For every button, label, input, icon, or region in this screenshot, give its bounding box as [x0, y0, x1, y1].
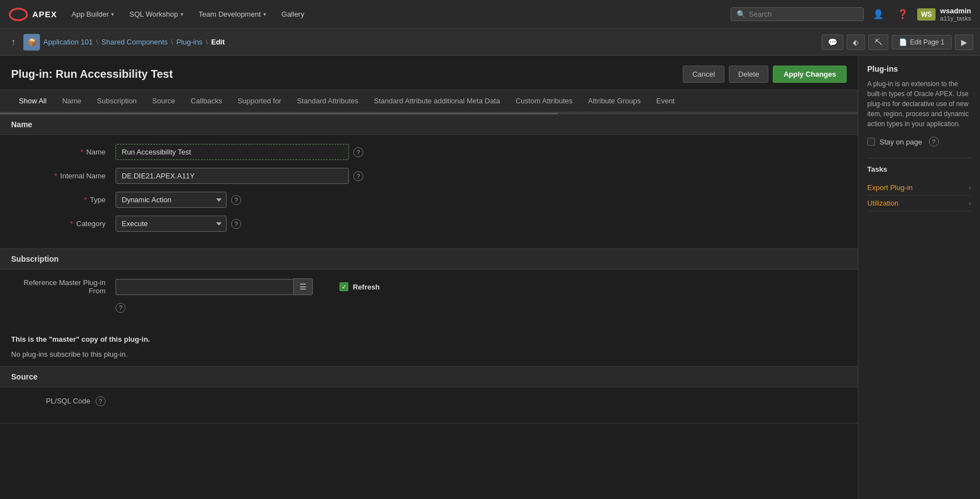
- content-area: Plug-in: Run Accessibility Test Cancel D…: [0, 56, 858, 499]
- subscription-section-header: Subscription: [0, 249, 858, 270]
- name-help-icon[interactable]: ?: [353, 147, 363, 157]
- search-input[interactable]: [749, 10, 858, 18]
- tab-event[interactable]: Event: [648, 90, 682, 113]
- internal-name-label: * Internal Name: [11, 172, 111, 180]
- category-help-icon[interactable]: ?: [231, 219, 241, 229]
- cancel-button[interactable]: Cancel: [683, 66, 724, 83]
- ref-help-icon[interactable]: ?: [116, 303, 126, 313]
- refresh-label: Refresh: [353, 283, 379, 291]
- plsql-code-row: PL/SQL Code ?: [11, 396, 847, 406]
- user-sub: a11y_tasks: [940, 15, 971, 22]
- help-icon[interactable]: ❓: [893, 6, 913, 23]
- tab-attribute-groups[interactable]: Attribute Groups: [581, 90, 649, 113]
- ref-input-wrap: ☰: [116, 278, 313, 295]
- user-info: wsadmin a11y_tasks: [940, 7, 971, 22]
- task-export-plugin[interactable]: Export Plug-in ›: [867, 180, 971, 196]
- nav-team-development[interactable]: Team Development ▾: [193, 7, 272, 22]
- team-dev-chevron-icon: ▾: [263, 11, 266, 17]
- tab-standard-attributes[interactable]: Standard Attributes: [289, 90, 366, 113]
- refresh-wrap: ✓ Refresh: [339, 282, 379, 291]
- task-utilization[interactable]: Utilization ›: [867, 196, 971, 211]
- tab-custom-attributes[interactable]: Custom Attributes: [508, 90, 581, 113]
- apex-logo[interactable]: APEX: [9, 8, 57, 21]
- page-title: Plug-in: Run Accessibility Test: [11, 68, 173, 81]
- search-icon: 🔍: [737, 10, 746, 18]
- breadcrumb-sep-1: \: [96, 38, 98, 46]
- name-section-header: Name: [0, 114, 858, 135]
- breadcrumb-sep-3: \: [206, 38, 208, 46]
- name-input[interactable]: [116, 144, 349, 160]
- subscription-section: Subscription Reference Master Plug-in Fr…: [0, 249, 858, 367]
- breadcrumb-plugins[interactable]: Plug-ins: [176, 38, 202, 46]
- nav-gallery[interactable]: Gallery: [276, 7, 310, 22]
- source-section-body: PL/SQL Code ?: [0, 387, 858, 423]
- name-section-body: * Name ? * Internal Name ?: [0, 135, 858, 248]
- tab-callbacks[interactable]: Callbacks: [183, 90, 229, 113]
- utilization-arrow-icon: ›: [969, 199, 971, 207]
- category-required-star: *: [71, 219, 73, 228]
- internal-name-required-star: *: [54, 172, 57, 180]
- apply-changes-button[interactable]: Apply Changes: [773, 66, 847, 83]
- share-button[interactable]: ⛏: [868, 34, 888, 50]
- tab-show-all[interactable]: Show All: [11, 90, 54, 113]
- nav-app-builder[interactable]: App Builder ▾: [66, 7, 119, 22]
- name-field-row: * Name ?: [11, 144, 847, 160]
- internal-name-field-row: * Internal Name ?: [11, 168, 847, 184]
- user-badge[interactable]: WS: [917, 8, 936, 21]
- name-required-star: *: [81, 148, 83, 156]
- ref-master-input[interactable]: [116, 279, 293, 295]
- ref-master-list-button[interactable]: ☰: [293, 278, 313, 295]
- breadcrumb-current: Edit: [211, 38, 225, 46]
- tab-standard-attribute-meta[interactable]: Standard Attribute additional Meta Data: [366, 90, 508, 113]
- arrow-button[interactable]: ⬖: [847, 34, 865, 50]
- subscription-section-body: Reference Master Plug-in From ☰ ✓ Refres…: [0, 270, 858, 330]
- type-label: * Type: [11, 196, 111, 204]
- stay-on-page-help-icon[interactable]: ?: [929, 137, 939, 147]
- name-label: * Name: [11, 148, 111, 156]
- category-label: * Category: [11, 219, 111, 228]
- edit-page-icon: 📄: [899, 38, 907, 46]
- header-actions: Cancel Delete Apply Changes: [683, 66, 847, 83]
- export-plugin-label: Export Plug-in: [867, 183, 913, 192]
- feedback-button[interactable]: 💬: [822, 34, 843, 50]
- refresh-checkbox[interactable]: ✓: [339, 282, 348, 291]
- no-subscribe-note: No plug-ins subscribe to this plug-in.: [0, 349, 858, 366]
- delete-button[interactable]: Delete: [729, 66, 769, 83]
- top-navigation: APEX App Builder ▾ SQL Workshop ▾ Team D…: [0, 0, 980, 29]
- type-select[interactable]: Dynamic Action Item Region Process Authe…: [116, 192, 227, 208]
- tab-subscription[interactable]: Subscription: [89, 90, 145, 113]
- tab-source[interactable]: Source: [144, 90, 183, 113]
- notifications-icon[interactable]: 👤: [868, 6, 888, 23]
- nav-sql-workshop[interactable]: SQL Workshop ▾: [124, 7, 188, 22]
- breadcrumb-app[interactable]: Application 101: [43, 38, 93, 46]
- user-name: wsadmin: [940, 7, 971, 15]
- category-select[interactable]: Execute Navigate Notification: [116, 216, 227, 232]
- type-required-star: *: [84, 196, 87, 204]
- edit-page-button[interactable]: 📄 Edit Page 1: [892, 35, 952, 49]
- type-field-row: * Type Dynamic Action Item Region Proces…: [11, 192, 847, 208]
- stay-on-page-checkbox[interactable]: [867, 138, 875, 146]
- plsql-label: PL/SQL Code ?: [11, 396, 111, 406]
- search-box[interactable]: 🔍: [731, 7, 864, 21]
- right-panel: Plug-ins A plug-in is an extension to th…: [858, 56, 980, 499]
- sql-workshop-chevron-icon: ▾: [181, 11, 183, 17]
- play-button[interactable]: ▶: [955, 34, 973, 50]
- category-field-row: * Category Execute Navigate Notification…: [11, 216, 847, 232]
- breadcrumb-shared-components[interactable]: Shared Components: [102, 38, 168, 46]
- internal-name-input[interactable]: [116, 168, 349, 184]
- internal-name-help-icon[interactable]: ?: [353, 171, 363, 181]
- panel-title: Plug-ins: [867, 64, 971, 73]
- app-builder-chevron-icon: ▾: [111, 11, 114, 17]
- export-plugin-arrow-icon: ›: [969, 184, 971, 192]
- app-icon: 📦: [23, 34, 40, 51]
- name-section: Name * Name ? * Internal Name: [0, 114, 858, 249]
- breadcrumb-sep-2: \: [171, 38, 173, 46]
- stay-on-page-row: Stay on page ?: [867, 137, 971, 147]
- tab-supported-for[interactable]: Supported for: [230, 90, 289, 113]
- help-row: ?: [11, 303, 847, 313]
- tab-name[interactable]: Name: [54, 90, 89, 113]
- type-help-icon[interactable]: ?: [231, 195, 241, 205]
- plsql-help-icon[interactable]: ?: [96, 396, 106, 406]
- source-section-header: Source: [0, 367, 858, 387]
- breadcrumb-up-button[interactable]: ↑: [7, 35, 20, 49]
